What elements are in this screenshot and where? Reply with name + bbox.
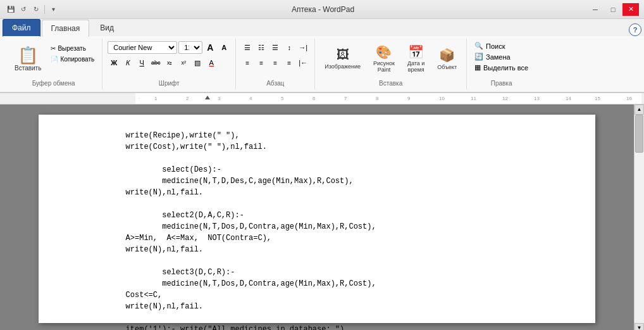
- cut-label: Вырезать: [58, 45, 85, 52]
- document-area: write(Recipe),write(" "), write(Cost),wr…: [0, 105, 644, 330]
- align-left-button[interactable]: ≡: [241, 56, 254, 69]
- align-center-button[interactable]: ≡: [255, 56, 268, 69]
- quick-access-buttons: 💾 ↺ ↻ ▾: [5, 4, 59, 15]
- underline-button[interactable]: Ч: [135, 56, 148, 69]
- insert-group: 🖼 Изображение 🎨 РисунокPaint 📅 Дата ивре…: [315, 39, 467, 89]
- tab-view[interactable]: Вид: [90, 19, 123, 36]
- align-right-button[interactable]: ≡: [269, 56, 282, 69]
- font-name-row: Courier New 11 A A: [108, 41, 230, 54]
- undo-quick-button[interactable]: ↺: [18, 4, 29, 15]
- qa-separator: [44, 5, 45, 14]
- scissors-icon: ✂: [51, 45, 56, 52]
- window-controls: ─ □ ✕: [587, 3, 639, 16]
- object-label: Объект: [437, 64, 457, 70]
- ruler-cursor: [205, 96, 210, 99]
- copy-label: Копировать: [60, 56, 94, 63]
- find-icon: 🔍: [474, 42, 483, 50]
- paint-icon: 🎨: [376, 44, 392, 60]
- help-button[interactable]: ?: [629, 23, 641, 36]
- tab-home[interactable]: Главная: [42, 20, 90, 37]
- superscript-button[interactable]: x²: [177, 56, 190, 69]
- line-spacing-button[interactable]: ↕: [283, 41, 295, 54]
- font-group-label: Шрифт: [102, 80, 235, 87]
- qa-dropdown-button[interactable]: ▾: [47, 4, 59, 15]
- outdent-button[interactable]: |←: [297, 56, 309, 69]
- copy-button[interactable]: 📄 Копировать: [48, 54, 97, 64]
- justify-button[interactable]: ≡: [283, 56, 295, 69]
- clipboard-group: 📋 Вставить ✂ Вырезать 📄 Копировать Буфер…: [5, 39, 102, 89]
- ruler-mark-6: 6: [313, 96, 315, 101]
- save-quick-button[interactable]: 💾: [5, 4, 16, 15]
- list-row: ☰ ☷ ☰ ↕ →|: [241, 41, 309, 54]
- scroll-down-button[interactable]: ▼: [635, 323, 644, 330]
- ribbon-content: 📋 Вставить ✂ Вырезать 📄 Копировать Буфер…: [0, 36, 644, 92]
- scroll-track: [635, 115, 644, 323]
- strikethrough-button[interactable]: abc: [149, 56, 162, 69]
- paint-label: РисунокPaint: [373, 61, 395, 73]
- image-button[interactable]: 🖼 Изображение: [320, 44, 365, 73]
- datetime-label: Дата ивремя: [407, 61, 424, 73]
- datetime-button[interactable]: 📅 Дата ивремя: [403, 41, 429, 77]
- indent-button[interactable]: →|: [297, 41, 309, 54]
- find-button[interactable]: 🔍 Поиск: [472, 41, 507, 51]
- tab-file[interactable]: Файл: [3, 19, 40, 37]
- paste-icon: 📋: [18, 47, 38, 63]
- insert-group-label: Вставка: [315, 80, 466, 87]
- list-more-button[interactable]: ☰: [269, 41, 282, 54]
- datetime-icon: 📅: [408, 44, 424, 60]
- ruler-left-margin: [3, 93, 69, 104]
- font-name-select[interactable]: Courier New: [108, 41, 177, 54]
- clipboard-right: ✂ Вырезать 📄 Копировать: [48, 44, 97, 64]
- select-all-label: Выделить все: [483, 64, 528, 72]
- vertical-scrollbar: ▲ ▼: [634, 105, 644, 330]
- ruler-mark-3: 3: [218, 96, 220, 101]
- document-scroll[interactable]: write(Recipe),write(" "), write(Cost),wr…: [0, 105, 634, 330]
- select-all-icon: ▦: [474, 63, 481, 72]
- ruler-mark-2: 2: [186, 96, 189, 101]
- cut-button[interactable]: ✂ Вырезать: [48, 44, 97, 53]
- window-title: Аптека - WordPad: [59, 5, 587, 14]
- object-icon: 📦: [439, 48, 455, 63]
- close-button[interactable]: ✕: [622, 3, 639, 16]
- paragraph-group: ☰ ☷ ☰ ↕ →| ≡ ≡ ≡ ≡ |← Абзац: [236, 39, 315, 89]
- subscript-button[interactable]: x₂: [163, 56, 176, 69]
- italic-button[interactable]: К: [121, 56, 134, 69]
- ruler-mark-0: ·: [139, 96, 140, 101]
- ruler-mark-7: 7: [344, 96, 347, 101]
- ruler-mark-16: 16: [626, 96, 632, 101]
- scroll-thumb[interactable]: [635, 115, 643, 153]
- font-color-button[interactable]: A: [205, 56, 218, 69]
- font-size-up-button[interactable]: A: [204, 41, 216, 54]
- object-button[interactable]: 📦 Объект: [433, 44, 461, 73]
- paste-button[interactable]: 📋 Вставить: [10, 44, 46, 75]
- bold-button[interactable]: Ж: [108, 56, 120, 69]
- scroll-up-button[interactable]: ▲: [635, 105, 644, 115]
- select-all-button[interactable]: ▦ Выделить все: [472, 63, 531, 72]
- clipboard-group-label: Буфер обмена: [5, 80, 102, 87]
- replace-label: Замена: [486, 53, 511, 61]
- font-size-down-button[interactable]: A: [218, 41, 230, 54]
- ruler-mark-8: 8: [376, 96, 378, 101]
- numbering-button[interactable]: ☷: [255, 41, 268, 54]
- minimize-button[interactable]: ─: [587, 3, 604, 16]
- ruler-mark-15: 15: [595, 96, 600, 101]
- title-bar: 💾 ↺ ↻ ▾ Аптека - WordPad ─ □ ✕: [0, 0, 644, 19]
- bullets-button[interactable]: ☰: [241, 41, 254, 54]
- font-size-select[interactable]: 11: [178, 41, 202, 54]
- document-page[interactable]: write(Recipe),write(" "), write(Cost),wr…: [39, 115, 595, 323]
- ruler-inner: · 1 2 3 4 5 6 7 8 9 10 11 12 13 14 15 16…: [135, 93, 641, 104]
- ribbon: Файл Главная Вид ? 📋 Вставить ✂ Вырезать: [0, 19, 644, 93]
- replace-icon: 🔄: [474, 53, 483, 61]
- paint-button[interactable]: 🎨 РисунокPaint: [369, 41, 399, 77]
- highlight-button[interactable]: ▧: [191, 56, 204, 69]
- align-row: ≡ ≡ ≡ ≡ |←: [241, 56, 309, 69]
- ruler-mark-10: 10: [439, 96, 445, 101]
- maximize-button[interactable]: □: [605, 3, 621, 16]
- replace-button[interactable]: 🔄 Замена: [472, 52, 513, 61]
- ruler-mark-9: 9: [407, 96, 410, 101]
- redo-quick-button[interactable]: ↻: [30, 4, 42, 15]
- ruler-mark-11: 11: [471, 96, 476, 101]
- font-group: Courier New 11 A A Ж К Ч abc x₂ x² ▧: [102, 39, 236, 89]
- ruler-mark-4: 4: [249, 96, 252, 101]
- ruler-mark-13: 13: [534, 96, 540, 101]
